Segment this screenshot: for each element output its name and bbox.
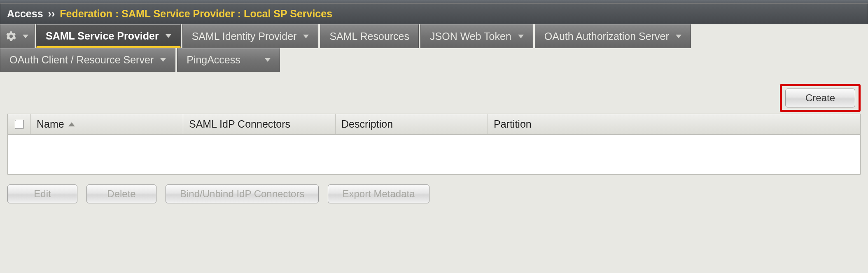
- chevron-down-icon: [265, 58, 271, 62]
- breadcrumb: Access ›› Federation : SAML Service Prov…: [0, 3, 868, 24]
- chevron-down-icon: [676, 35, 681, 38]
- chevron-down-icon: [166, 34, 171, 38]
- delete-button[interactable]: Delete: [86, 184, 156, 203]
- tab-label: SAML Service Provider: [46, 30, 159, 42]
- bind-unbind-idp-button[interactable]: Bind/Unbind IdP Connectors: [166, 184, 319, 203]
- tab-label: SAML Resources: [329, 30, 409, 42]
- breadcrumb-root[interactable]: Access: [7, 8, 43, 20]
- sort-asc-icon: [68, 122, 75, 126]
- create-button[interactable]: Create: [785, 89, 855, 107]
- tab-label: OAuth Client / Resource Server: [9, 54, 154, 66]
- tab-saml-identity-provider[interactable]: SAML Identity Provider: [182, 24, 319, 48]
- tab-json-web-token[interactable]: JSON Web Token: [420, 24, 533, 48]
- content-area: Create Name SAML IdP Connectors Descript…: [0, 72, 868, 212]
- chevron-down-icon: [23, 35, 28, 38]
- tab-row-1: SAML Service Provider SAML Identity Prov…: [0, 24, 868, 48]
- tab-oauth-client-resource-server[interactable]: OAuth Client / Resource Server: [0, 48, 175, 72]
- column-partition[interactable]: Partition: [488, 114, 860, 134]
- window-top-band: [0, 0, 868, 3]
- select-all-checkbox[interactable]: [15, 120, 24, 129]
- export-metadata-button[interactable]: Export Metadata: [328, 184, 429, 203]
- chevron-down-icon: [303, 35, 309, 38]
- chevron-down-icon: [160, 58, 166, 62]
- breadcrumb-path: Federation : SAML Service Provider : Loc…: [60, 8, 332, 20]
- edit-button[interactable]: Edit: [7, 184, 77, 203]
- grid-header: Name SAML IdP Connectors Description Par…: [8, 114, 860, 135]
- data-grid: Name SAML IdP Connectors Description Par…: [7, 114, 861, 175]
- footer-actions: Edit Delete Bind/Unbind IdP Connectors E…: [7, 184, 861, 203]
- create-row: Create: [7, 84, 861, 112]
- create-highlight-box: Create: [780, 84, 861, 112]
- tab-row-2: OAuth Client / Resource Server PingAcces…: [0, 48, 868, 72]
- column-label: Description: [341, 118, 393, 130]
- gear-icon: [6, 31, 16, 41]
- column-name[interactable]: Name: [31, 114, 183, 134]
- tab-label: JSON Web Token: [430, 30, 511, 42]
- column-description[interactable]: Description: [336, 114, 488, 134]
- tab-label: OAuth Authorization Server: [544, 30, 669, 42]
- column-label: Name: [37, 118, 64, 130]
- column-connectors[interactable]: SAML IdP Connectors: [183, 114, 336, 134]
- column-label: Partition: [494, 118, 532, 130]
- breadcrumb-separator: ››: [48, 8, 55, 20]
- tab-gear-menu[interactable]: [0, 24, 35, 48]
- chevron-down-icon: [518, 35, 524, 38]
- tab-saml-service-provider[interactable]: SAML Service Provider: [36, 24, 181, 48]
- tab-oauth-authorization-server[interactable]: OAuth Authorization Server: [535, 24, 691, 48]
- tab-label: SAML Identity Provider: [192, 30, 297, 42]
- tab-navigation: SAML Service Provider SAML Identity Prov…: [0, 24, 868, 72]
- column-label: SAML IdP Connectors: [189, 118, 290, 130]
- tab-label: PingAccess: [187, 54, 240, 66]
- tab-saml-resources[interactable]: SAML Resources: [320, 24, 419, 48]
- grid-body-empty: [8, 135, 860, 174]
- column-checkbox: [8, 114, 31, 134]
- tab-pingaccess[interactable]: PingAccess: [177, 48, 280, 72]
